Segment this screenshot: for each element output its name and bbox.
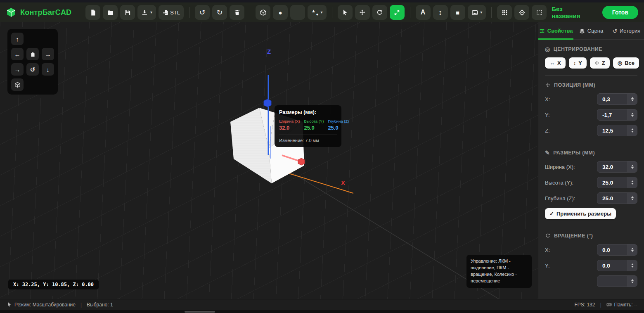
import-stl-button[interactable]: STL: [159, 5, 184, 20]
stretch-vertical-button[interactable]: ↕: [433, 5, 448, 20]
field-label: Z:: [545, 128, 550, 134]
move-icon: [359, 9, 366, 16]
z-axis-label: Z: [267, 48, 271, 55]
rotation-section-title: ВРАЩЕНИЕ (°): [545, 233, 637, 239]
folder-icon: [107, 9, 114, 16]
apply-dimensions-button[interactable]: ✓ Применить размеры: [545, 208, 616, 219]
toolbar-separator: [189, 7, 189, 18]
controls-help-tooltip: Управление: ЛКМ - выделение, ПКМ - враще…: [466, 255, 532, 288]
add-sphere-button[interactable]: ●: [273, 5, 288, 20]
position-section-title: ПОЗИЦИЯ (ММ): [545, 82, 637, 88]
rotation-y-stepper[interactable]: [627, 260, 637, 271]
undo-button[interactable]: ↺: [195, 5, 210, 20]
layers-icon: [579, 28, 585, 34]
tab-properties[interactable]: Свойства: [538, 22, 573, 39]
tab-label: Свойства: [547, 28, 573, 34]
field-label: Высота (Y):: [545, 180, 573, 186]
tooltip-title: Размеры (мм):: [279, 109, 337, 115]
frame-icon: [536, 9, 543, 16]
new-file-button[interactable]: [85, 5, 100, 20]
file-import-icon: [162, 9, 169, 16]
save-button[interactable]: [120, 5, 135, 20]
center-z-button[interactable]: Z: [590, 57, 610, 69]
select-tool-button[interactable]: [338, 5, 353, 20]
file-icon: [90, 9, 97, 16]
move-icon: [594, 61, 599, 66]
tooltip-height-column: Высота (Y) 25.0: [304, 119, 324, 131]
cursor-icon: [7, 302, 12, 307]
document-title: Без названия: [552, 5, 592, 19]
viewport-3d[interactable]: ↑ ← → → ↺ ↓: [0, 22, 538, 299]
center-all-button[interactable]: ◎ Все: [613, 57, 639, 69]
height-input[interactable]: [597, 177, 627, 188]
ready-button[interactable]: Готов: [602, 6, 638, 19]
delete-button[interactable]: [230, 5, 244, 20]
shapes-menu-button[interactable]: ▲● ▾: [308, 5, 327, 20]
toolbar-separator: [250, 7, 250, 18]
rotation-y-input[interactable]: [597, 260, 627, 271]
field-label: X:: [545, 247, 550, 253]
tab-history[interactable]: ↺ История: [609, 22, 644, 39]
height-stepper[interactable]: [627, 177, 637, 188]
height-row: Высота (Y):: [545, 177, 637, 188]
width-input[interactable]: [597, 161, 627, 172]
sidebar-tabs: Свойства Сцена ↺ История: [538, 22, 644, 40]
depth-stepper[interactable]: [627, 193, 637, 204]
rotation-x-input[interactable]: [597, 244, 627, 255]
image-menu-button[interactable]: ▾: [468, 5, 486, 20]
position-y-row: Y:: [545, 109, 637, 121]
position-x-input[interactable]: [597, 94, 627, 104]
ram-icon: [606, 302, 612, 307]
add-cube-button[interactable]: [256, 5, 270, 20]
position-z-stepper[interactable]: [627, 125, 637, 136]
properties-sidebar: Свойства Сцена ↺ История ◎ ЦЕНТРИРОВАНИЕ…: [538, 22, 644, 299]
position-z-input[interactable]: [597, 125, 627, 136]
position-y-input[interactable]: [597, 109, 627, 120]
text-tool-button[interactable]: A: [416, 5, 431, 20]
trash-icon: [234, 9, 241, 16]
redo-icon: ↻: [216, 9, 223, 16]
move-icon: [545, 82, 551, 88]
width-stepper[interactable]: [627, 161, 637, 172]
export-menu-button[interactable]: ▾: [137, 5, 156, 20]
vertical-arrows-icon: ↕: [438, 9, 442, 16]
rotation-z-row-partial: [545, 275, 637, 287]
open-file-button[interactable]: [103, 5, 118, 20]
rotation-y-row: Y:: [545, 260, 637, 271]
scale-tool-button[interactable]: [390, 5, 405, 20]
status-bar: Режим: Масштабирование | Выбрано: 1 FPS:…: [0, 299, 644, 310]
rotation-x-stepper[interactable]: [627, 244, 637, 255]
scale-icon: [393, 9, 400, 16]
download-icon: [141, 9, 148, 16]
add-cylinder-button[interactable]: [290, 5, 305, 20]
rotation-z-stepper[interactable]: [627, 276, 637, 287]
toggle-grid-button[interactable]: [497, 5, 512, 20]
field-label: Y:: [545, 112, 550, 118]
bottom-strip: [0, 310, 644, 313]
rotate-icon: [376, 9, 383, 16]
x-scale-handle[interactable]: [298, 158, 305, 165]
logo-cube-icon: [6, 7, 17, 18]
center-view-button[interactable]: [514, 5, 529, 20]
rotate-tool-button[interactable]: [372, 5, 387, 20]
toolbar-separator: [410, 7, 410, 18]
shapes-icon: ▲●: [311, 9, 319, 16]
memory-indicator: Память: --: [606, 302, 637, 308]
selected-count: Выбрано: 1: [87, 302, 113, 308]
add-plane-button[interactable]: ■: [450, 5, 465, 20]
position-y-stepper[interactable]: [627, 109, 637, 120]
z-scale-handle[interactable]: [264, 99, 271, 107]
app-logo: КонтрБагCAD: [6, 7, 71, 18]
tab-scene[interactable]: Сцена: [573, 22, 608, 39]
position-x-stepper[interactable]: [627, 94, 637, 104]
center-y-button[interactable]: ↕ Y: [569, 57, 587, 69]
target-icon: ◎: [618, 60, 622, 66]
center-x-button[interactable]: ↔ X: [545, 57, 566, 69]
rotation-z-input[interactable]: [597, 276, 627, 287]
depth-input[interactable]: [597, 193, 627, 204]
selection-frame-button[interactable]: [532, 5, 547, 20]
field-label: X:: [545, 96, 550, 102]
history-icon: ↺: [612, 28, 617, 34]
redo-button[interactable]: ↻: [212, 5, 227, 20]
move-tool-button[interactable]: [355, 5, 370, 20]
